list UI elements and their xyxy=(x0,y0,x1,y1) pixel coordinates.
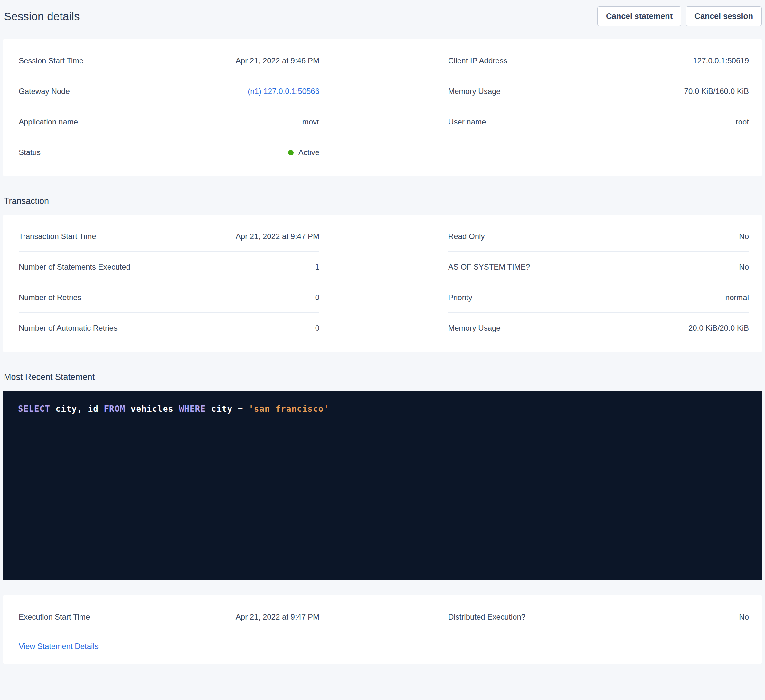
sql-string-literal: 'san francisco' xyxy=(249,404,329,414)
session-summary-card: Session Start Time Apr 21, 2022 at 9:46 … xyxy=(3,39,762,176)
row-label: Application name xyxy=(19,117,78,127)
priority-row: Priority normal xyxy=(448,282,749,313)
row-value: No xyxy=(739,262,749,272)
cancel-statement-button[interactable]: Cancel statement xyxy=(597,6,681,26)
user-name-row: User name root xyxy=(448,107,749,137)
session-summary-left-column: Session Start Time Apr 21, 2022 at 9:46 … xyxy=(19,46,320,167)
transaction-right-column: Read Only No AS OF SYSTEM TIME? No Prior… xyxy=(448,221,749,343)
row-value: 20.0 KiB/20.0 KiB xyxy=(688,323,749,333)
session-memory-usage-row: Memory Usage 70.0 KiB/160.0 KiB xyxy=(448,76,749,107)
sql-keyword: WHERE xyxy=(179,404,206,414)
execution-right-column: Distributed Execution? No xyxy=(448,601,749,654)
execution-start-time-row: Execution Start Time Apr 21, 2022 at 9:4… xyxy=(19,601,320,632)
row-value: No xyxy=(739,232,749,241)
gateway-node-row: Gateway Node (n1) 127.0.0.1:50566 xyxy=(19,76,320,107)
transaction-summary-card: Transaction Start Time Apr 21, 2022 at 9… xyxy=(3,215,762,352)
statements-executed-row: Number of Statements Executed 1 xyxy=(19,251,320,282)
sql-keyword: FROM xyxy=(104,404,125,414)
row-label: Transaction Start Time xyxy=(19,232,96,241)
distributed-execution-row: Distributed Execution? No xyxy=(448,601,749,632)
status-row: Status Active xyxy=(19,137,320,167)
row-label: User name xyxy=(448,117,486,127)
row-label: Memory Usage xyxy=(448,323,501,333)
application-name-row: Application name movr xyxy=(19,107,320,137)
row-value: Apr 21, 2022 at 9:47 PM xyxy=(236,612,320,622)
row-value: 70.0 KiB/160.0 KiB xyxy=(684,86,749,96)
row-label: Client IP Address xyxy=(448,56,507,66)
status-text: Active xyxy=(299,148,320,157)
row-value: No xyxy=(739,612,749,622)
client-ip-row: Client IP Address 127.0.0.1:50619 xyxy=(448,46,749,76)
transaction-left-column: Transaction Start Time Apr 21, 2022 at 9… xyxy=(19,221,320,343)
status-badge: Active xyxy=(288,148,320,157)
sql-statement-text: SELECT city, id FROM vehicles WHERE city… xyxy=(18,404,329,414)
row-value: 0 xyxy=(315,323,320,333)
session-start-time-row: Session Start Time Apr 21, 2022 at 9:46 … xyxy=(19,46,320,76)
sql-text: vehicles xyxy=(125,404,179,414)
sql-text: city = xyxy=(206,404,249,414)
row-label: Number of Retries xyxy=(19,293,82,302)
row-value: 127.0.0.1:50619 xyxy=(693,56,749,66)
sql-statement-box: SELECT city, id FROM vehicles WHERE city… xyxy=(3,391,762,580)
row-value: root xyxy=(736,117,749,127)
sql-keyword: SELECT xyxy=(18,404,50,414)
row-value: normal xyxy=(726,293,749,302)
row-label: Distributed Execution? xyxy=(448,612,526,622)
session-summary-right-column: Client IP Address 127.0.0.1:50619 Memory… xyxy=(448,46,749,167)
row-value: 1 xyxy=(315,262,320,272)
number-of-retries-row: Number of Retries 0 xyxy=(19,282,320,313)
page-title: Session details xyxy=(4,10,80,23)
read-only-row: Read Only No xyxy=(448,221,749,251)
execution-left-column: Execution Start Time Apr 21, 2022 at 9:4… xyxy=(19,601,320,654)
row-label: Read Only xyxy=(448,232,485,241)
transaction-start-time-row: Transaction Start Time Apr 21, 2022 at 9… xyxy=(19,221,320,251)
gateway-node-link[interactable]: (n1) 127.0.0.1:50566 xyxy=(247,86,320,96)
sql-text: city, id xyxy=(50,404,104,414)
header-actions: Cancel statement Cancel session xyxy=(597,6,762,26)
row-value: 0 xyxy=(315,293,320,302)
as-of-system-time-row: AS OF SYSTEM TIME? No xyxy=(448,251,749,282)
row-label: AS OF SYSTEM TIME? xyxy=(448,262,530,272)
row-label: Status xyxy=(19,148,41,157)
row-value: movr xyxy=(302,117,320,127)
view-statement-details-row: View Statement Details xyxy=(19,632,320,654)
row-label: Memory Usage xyxy=(448,86,501,96)
most-recent-statement-heading: Most Recent Statement xyxy=(3,372,762,382)
row-value: Apr 21, 2022 at 9:46 PM xyxy=(236,56,320,66)
automatic-retries-row: Number of Automatic Retries 0 xyxy=(19,313,320,343)
page-header: Session details Cancel statement Cancel … xyxy=(3,6,762,26)
status-active-dot-icon xyxy=(288,150,294,155)
row-label: Number of Statements Executed xyxy=(19,262,131,272)
row-value: Apr 21, 2022 at 9:47 PM xyxy=(236,232,320,241)
execution-summary-card: Execution Start Time Apr 21, 2022 at 9:4… xyxy=(3,595,762,664)
row-label: Number of Automatic Retries xyxy=(19,323,118,333)
row-label: Priority xyxy=(448,293,472,302)
row-label: Execution Start Time xyxy=(19,612,90,622)
row-label: Gateway Node xyxy=(19,86,70,96)
cancel-session-button[interactable]: Cancel session xyxy=(686,6,762,26)
transaction-memory-usage-row: Memory Usage 20.0 KiB/20.0 KiB xyxy=(448,313,749,343)
row-label: Session Start Time xyxy=(19,56,83,66)
view-statement-details-link[interactable]: View Statement Details xyxy=(19,642,99,650)
transaction-heading: Transaction xyxy=(3,196,762,206)
